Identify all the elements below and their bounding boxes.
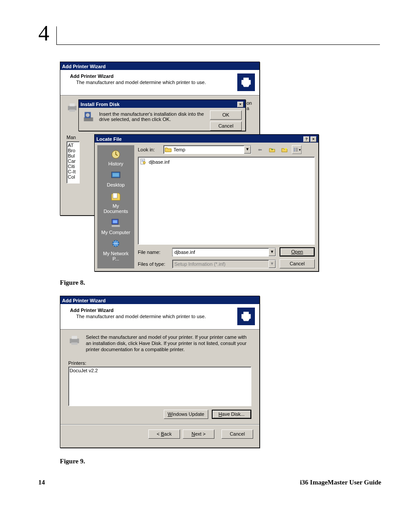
view-menu-icon[interactable]: ▾ xyxy=(292,145,302,154)
svg-rect-12 xyxy=(113,193,118,198)
place-label: My Network P... xyxy=(103,251,129,261)
have-disk-button[interactable]: Have Disk... xyxy=(212,410,251,419)
manufacturers-listbox[interactable]: AT Bro Bul Car Citi C-It Col xyxy=(66,141,80,183)
printers-label: Printers: xyxy=(68,360,251,366)
occluded-text-fragment: on a xyxy=(247,100,252,111)
figure-8-caption: Figure 8. xyxy=(60,279,85,286)
files-of-type-label: Files of type: xyxy=(138,261,169,267)
look-in-value: Temp xyxy=(172,146,244,153)
title-text: Install From Disk xyxy=(81,102,120,107)
svg-point-26 xyxy=(143,161,145,164)
close-icon[interactable]: × xyxy=(237,102,243,107)
chevron-down-icon[interactable]: ▼ xyxy=(244,146,251,154)
list-item[interactable]: Citi xyxy=(68,164,78,169)
wizard-header-title: Add Printer Wizard xyxy=(70,73,254,79)
open-button[interactable]: Open xyxy=(280,247,315,257)
wizard-body-text: Select the manufacturer and model of you… xyxy=(86,334,251,352)
titlebar: Install From Disk × xyxy=(79,100,245,108)
file-name-value: djbase.inf xyxy=(173,249,269,256)
title-text: Locate File xyxy=(96,136,122,142)
svg-rect-14 xyxy=(113,220,118,224)
place-label: My Computer xyxy=(101,230,130,235)
close-icon[interactable]: × xyxy=(310,136,317,142)
svg-rect-3 xyxy=(70,103,74,106)
titlebar: Add Printer Wizard xyxy=(60,62,259,70)
svg-rect-22 xyxy=(295,150,298,151)
places-desktop[interactable]: Desktop xyxy=(100,169,132,189)
titlebar: Add Printer Wizard xyxy=(60,296,259,304)
printer-icon xyxy=(237,308,255,325)
windows-update-button[interactable]: Windows Update xyxy=(164,410,208,419)
btn-label: Windows Update xyxy=(168,411,204,417)
wizard-header-title: Add Printer Wizard xyxy=(70,308,254,313)
cancel-button[interactable]: Cancel xyxy=(280,259,315,268)
wizard-header: Add Printer Wizard The manufacturer and … xyxy=(60,70,259,95)
printer-small-icon xyxy=(66,102,78,114)
svg-rect-15 xyxy=(111,225,120,227)
list-item[interactable]: Bul xyxy=(68,153,78,158)
back-arrow-icon[interactable]: ⬅ xyxy=(255,145,265,154)
place-label: History xyxy=(108,161,123,166)
title-text: Add Printer Wizard xyxy=(62,298,106,303)
list-item[interactable]: Col xyxy=(68,174,78,180)
file-item-label: djbase.inf xyxy=(149,159,169,165)
places-my-network[interactable]: My Network P... xyxy=(100,238,132,263)
cancel-button[interactable]: Cancel xyxy=(221,429,253,439)
list-item[interactable]: DocuJet v2.2 xyxy=(70,368,250,373)
svg-rect-20 xyxy=(295,148,298,149)
files-of-type-combo: Setup Information (*.inf) ▼ xyxy=(172,260,276,268)
look-in-label: Look in: xyxy=(138,147,160,152)
svg-rect-31 xyxy=(71,342,77,345)
inf-file-icon xyxy=(140,158,147,165)
list-item[interactable]: Bro xyxy=(68,148,78,153)
svg-rect-21 xyxy=(295,149,298,150)
header-rule-horizontal xyxy=(56,44,380,45)
help-icon[interactable]: ? xyxy=(303,136,309,142)
install-from-disk-dialog: Install From Disk × Insert the manufactu… xyxy=(78,99,246,131)
install-disk-message: Insert the manufacturer's installation d… xyxy=(99,110,206,122)
places-my-documents[interactable]: My Documents xyxy=(100,190,132,216)
svg-point-7 xyxy=(86,113,90,117)
btn-label: Next > xyxy=(192,431,206,437)
manufacturers-label: Man xyxy=(66,135,76,140)
up-folder-icon[interactable] xyxy=(267,145,277,154)
doc-title: i36 ImageMaster User Guide xyxy=(300,479,381,486)
wizard-header-subtitle: The manufacturer and model determine whi… xyxy=(76,80,254,85)
look-in-combo[interactable]: Temp ▼ xyxy=(163,145,251,154)
places-my-computer[interactable]: My Computer xyxy=(100,216,132,237)
new-folder-icon[interactable] xyxy=(280,145,289,154)
wizard-header-subtitle: The manufacturer and model determine whi… xyxy=(76,314,254,319)
list-item[interactable]: Car xyxy=(68,158,78,164)
printer-icon xyxy=(237,73,255,91)
svg-rect-30 xyxy=(72,336,77,339)
file-list[interactable]: djbase.inf xyxy=(138,157,315,245)
file-item[interactable]: djbase.inf xyxy=(140,158,313,166)
open-button-label: Open xyxy=(291,249,303,254)
folder-open-icon xyxy=(165,146,172,153)
list-item[interactable]: C-It xyxy=(68,169,78,174)
svg-rect-19 xyxy=(294,150,295,151)
place-label: Desktop xyxy=(107,182,125,187)
cancel-button[interactable]: Cancel xyxy=(210,121,242,131)
ok-button[interactable]: OK xyxy=(210,110,242,120)
svg-rect-18 xyxy=(294,149,295,150)
file-name-input[interactable]: djbase.inf ▼ xyxy=(172,248,276,257)
place-label: My Documents xyxy=(103,203,128,214)
next-button[interactable]: Next > xyxy=(183,429,214,439)
title-text: Add Printer Wizard xyxy=(62,64,106,69)
locate-file-dialog: Locate File ? × History Desktop My Doc xyxy=(94,134,319,272)
places-history[interactable]: History xyxy=(100,148,132,168)
list-item[interactable]: AT xyxy=(68,143,78,148)
svg-rect-28 xyxy=(243,312,249,315)
back-button[interactable]: < Back xyxy=(148,429,180,439)
wizard-header: Add Printer Wizard The manufacturer and … xyxy=(60,304,259,330)
svg-rect-4 xyxy=(70,110,75,112)
file-name-label: File name: xyxy=(138,249,169,255)
places-bar: History Desktop My Documents My Computer… xyxy=(97,145,134,268)
printer-small-icon xyxy=(68,334,81,347)
chevron-down-icon[interactable]: ▼ xyxy=(269,248,276,256)
titlebar: Locate File ? × xyxy=(95,135,318,143)
printers-listbox[interactable]: DocuJet v2.2 xyxy=(68,367,251,406)
files-of-type-value: Setup Information (*.inf) xyxy=(173,261,269,268)
svg-rect-25 xyxy=(142,161,144,161)
